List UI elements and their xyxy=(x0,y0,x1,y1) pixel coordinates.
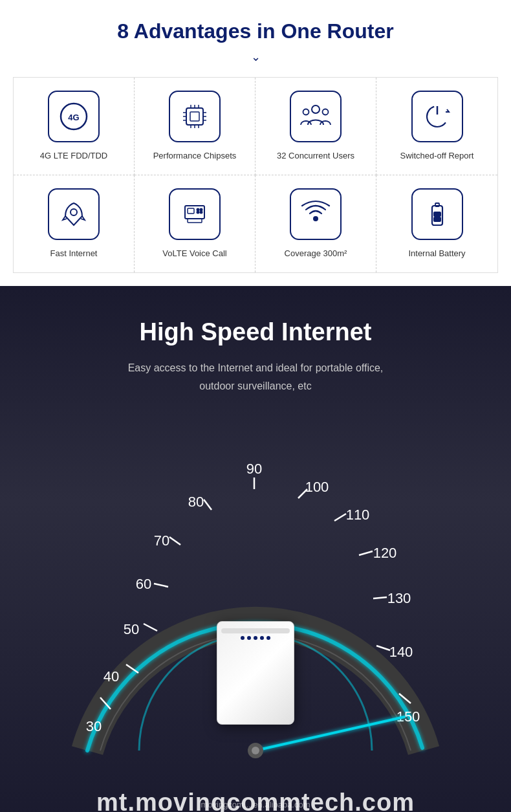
svg-point-25 xyxy=(201,209,202,211)
advantage-cell-battery: Internal Battery xyxy=(376,175,497,272)
router-led-3 xyxy=(254,636,257,640)
wifi-icon xyxy=(299,198,332,230)
advantage-cell-wifi: Coverage 300m² xyxy=(256,175,376,272)
chip-icon-box xyxy=(169,91,221,142)
svg-rect-23 xyxy=(188,208,194,214)
svg-line-54 xyxy=(373,597,387,598)
users-icon xyxy=(299,100,332,133)
battery-icon xyxy=(421,198,453,230)
router-top-bar xyxy=(221,628,290,633)
router-led-row xyxy=(241,636,270,640)
advantage-cell-users: 32 Concurrent Users xyxy=(256,78,376,175)
advantages-grid: 4G 4G LTE FDD/TDD xyxy=(13,77,498,273)
svg-point-24 xyxy=(197,209,199,211)
svg-text:4G: 4G xyxy=(68,113,79,122)
svg-point-26 xyxy=(197,212,199,214)
wifi-label: Coverage 300m² xyxy=(285,248,347,259)
svg-point-21 xyxy=(71,209,77,215)
svg-text:80: 80 xyxy=(188,494,204,510)
router-led-4 xyxy=(260,636,264,640)
svg-line-42 xyxy=(169,537,180,545)
svg-text:110: 110 xyxy=(346,507,370,523)
battery-icon-box xyxy=(411,188,463,240)
svg-rect-3 xyxy=(190,112,199,121)
power-label: Switched-off Report xyxy=(400,150,474,162)
router-led-1 xyxy=(241,636,245,640)
battery-label: Internal Battery xyxy=(408,248,465,259)
svg-rect-2 xyxy=(186,108,203,125)
phone-icon xyxy=(179,198,211,230)
svg-point-27 xyxy=(201,212,202,214)
svg-point-29 xyxy=(314,217,318,221)
speedometer-svg: 30 40 50 60 70 80 90 100 110 xyxy=(36,414,475,802)
svg-line-44 xyxy=(204,499,212,510)
phone-icon-box xyxy=(169,188,221,240)
4g-icon: 4G xyxy=(58,100,90,133)
svg-line-56 xyxy=(376,646,390,650)
4g-icon-box: 4G xyxy=(48,91,100,142)
svg-text:100: 100 xyxy=(305,479,329,495)
svg-line-38 xyxy=(144,624,157,631)
power-icon-box xyxy=(411,91,463,142)
svg-point-16 xyxy=(312,105,320,113)
svg-text:60: 60 xyxy=(136,576,151,592)
svg-rect-31 xyxy=(435,203,439,206)
svg-line-52 xyxy=(359,551,373,555)
power-icon xyxy=(421,100,453,133)
router-led-2 xyxy=(247,636,251,640)
speed-section: High Speed Internet Easy access to the I… xyxy=(0,286,511,812)
svg-text:120: 120 xyxy=(373,545,397,561)
phone-label: VoLTE Voice Call xyxy=(162,248,226,259)
svg-rect-33 xyxy=(434,217,440,221)
svg-text:70: 70 xyxy=(154,532,169,549)
advantage-cell-rocket: Fast Internet xyxy=(14,175,135,272)
speedometer-container: 30 40 50 60 70 80 90 100 110 xyxy=(36,414,475,802)
speed-subtitle-line2: outdoor surveillance, etc xyxy=(199,380,311,391)
svg-text:130: 130 xyxy=(387,590,411,606)
users-icon-box xyxy=(290,91,342,142)
svg-point-17 xyxy=(303,109,309,115)
svg-line-50 xyxy=(334,514,346,521)
speed-subtitle-line1: Easy access to the Internet and ideal fo… xyxy=(128,362,384,373)
chip-label: Performance Chipsets xyxy=(153,150,237,162)
speed-title: High Speed Internet xyxy=(13,318,498,346)
svg-point-18 xyxy=(323,109,329,115)
svg-text:40: 40 xyxy=(103,668,119,685)
svg-text:50: 50 xyxy=(124,621,139,637)
rocket-label: Fast Internet xyxy=(50,248,98,259)
wifi-icon-box xyxy=(290,188,342,240)
svg-text:140: 140 xyxy=(389,644,413,660)
router-device xyxy=(217,621,294,725)
advantage-cell-4g: 4G 4G LTE FDD/TDD xyxy=(14,78,135,175)
svg-text:30: 30 xyxy=(86,718,102,734)
svg-line-40 xyxy=(154,584,168,587)
chevron-icon: ⌄ xyxy=(13,50,498,64)
users-label: 32 Concurrent Users xyxy=(277,150,354,162)
advantage-cell-chip: Performance Chipsets xyxy=(135,78,256,175)
4g-label: 4G LTE FDD/TDD xyxy=(40,150,108,162)
svg-text:90: 90 xyxy=(246,461,262,477)
advantages-section: 8 Advantages in One Router ⌄ 4G 4G LTE F… xyxy=(0,0,511,286)
advantage-cell-power: Switched-off Report xyxy=(376,78,497,175)
rocket-icon-box xyxy=(48,188,100,240)
svg-rect-32 xyxy=(434,212,440,216)
svg-point-62 xyxy=(252,747,259,754)
rocket-icon xyxy=(58,198,90,230)
advantages-title: 8 Advantages in One Router xyxy=(13,19,498,43)
speed-subtitle: Easy access to the Internet and ideal fo… xyxy=(13,359,498,394)
domain-watermark: mt.movingcommtech.com xyxy=(0,789,511,812)
router-led-5 xyxy=(266,636,270,640)
chip-icon xyxy=(179,100,211,133)
advantage-cell-phone: VoLTE Voice Call xyxy=(135,175,256,272)
